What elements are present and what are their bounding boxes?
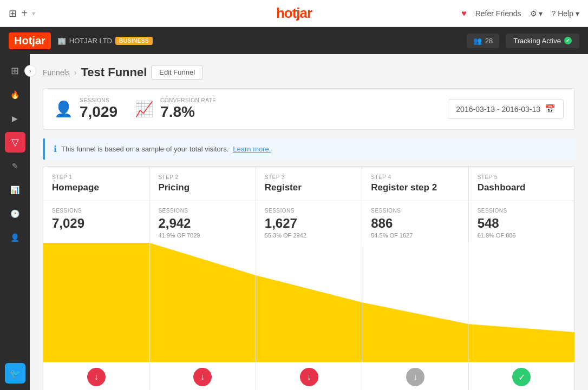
sidebar-item-recordings[interactable]: ▶ [5, 108, 25, 129]
funnels-link[interactable]: Funnels [43, 68, 70, 77]
edit-funnel-button[interactable]: Edit Funnel [151, 65, 203, 80]
top-nav-left: ⊞ + ▾ [9, 7, 35, 19]
step-3-label: STEP 3 [265, 174, 353, 180]
funnel-chart [43, 243, 574, 362]
breadcrumb: Funnels › Test Funnel Edit Funnel [43, 65, 575, 80]
dropoff-col-3: ↓ DROPOFF 45.5% (741) [256, 362, 362, 390]
funnel-container: STEP 1 Homepage STEP 2 Pricing STEP 3 Re… [43, 166, 575, 390]
info-text: This funnel is based on a sample of your… [61, 145, 228, 153]
users-icon: 👥 [473, 37, 482, 45]
step-2-header: STEP 2 Pricing [149, 167, 256, 201]
sessions-value-5: 548 [478, 216, 566, 231]
sessions-label-1: SESSIONS [52, 208, 140, 214]
add-chevron[interactable]: ▾ [32, 10, 35, 17]
stats-row: 👤 SESSIONS 7,029 📈 CONVERSION RATE 7.8% [54, 97, 564, 121]
company-name-text: HOTJAR LTD [69, 37, 112, 45]
page-title: Test Funnel [81, 65, 147, 80]
sidebar-item-dashboard[interactable]: ⊞ [5, 61, 25, 81]
sessions-label-2: SESSIONS [158, 208, 246, 214]
sessions-value: 7,029 [80, 103, 117, 121]
content-area: Funnels › Test Funnel Edit Funnel 👤 SESS… [30, 54, 588, 390]
users-button[interactable]: 👥 28 [467, 34, 499, 48]
twitter-button[interactable]: 🐦 [5, 363, 25, 384]
business-badge: BUSINESS [115, 37, 153, 45]
sidebar-toggle[interactable]: › [24, 65, 36, 77]
settings-button[interactable]: ⚙ ▾ [530, 9, 543, 18]
dropoff-icon-2: ↓ [193, 368, 212, 386]
header-bar: Hotjar 🏢 HOTJAR LTD BUSINESS 👥 28 Tracki… [0, 27, 588, 54]
sessions-label-5: SESSIONS [478, 208, 566, 214]
sidebar-item-heatmaps[interactable]: 🔥 [5, 84, 25, 105]
step-1-label: STEP 1 [52, 174, 140, 180]
sessions-value-4: 886 [371, 216, 459, 231]
main-layout: › ⊞ 🔥 ▶ ▽ ✎ 📊 🕐 👤 🐦 Funnels › Test Funne… [0, 54, 588, 390]
date-range-picker[interactable]: 2016-03-13 - 2016-03-13 📅 [448, 99, 564, 119]
breadcrumb-separator: › [74, 68, 77, 77]
step-1-name: Homepage [52, 182, 140, 193]
learn-more-link[interactable]: Learn more. [233, 145, 271, 153]
step-4-name: Register step 2 [371, 182, 459, 193]
conversion-icon: 📈 [135, 100, 154, 118]
dropoff-row: ↓ DROPOFF 58.1% (4,087) ↓ DROPOFF 44.7% … [43, 362, 574, 390]
step-2-label: STEP 2 [158, 174, 246, 180]
step-5-header: STEP 5 Dashboard [469, 167, 574, 201]
add-icon[interactable]: + [21, 7, 28, 19]
sidebar: › ⊞ 🔥 ▶ ▽ ✎ 📊 🕐 👤 🐦 [0, 54, 30, 390]
sessions-col-1: SESSIONS 7,029 [43, 201, 149, 243]
help-button[interactable]: ? Help ▾ [551, 9, 579, 18]
step-1-header: STEP 1 Homepage [43, 167, 149, 201]
sessions-pct-2: 41.9% OF 7029 [158, 232, 246, 239]
tracking-active-badge[interactable]: Tracking Active [506, 34, 579, 48]
step-4-header: STEP 4 Register step 2 [362, 167, 468, 201]
top-nav-right: ♥ Refer Friends ⚙ ▾ ? Help ▾ [461, 9, 579, 18]
step-5-label: STEP 5 [478, 174, 566, 180]
sessions-info: SESSIONS 7,029 [80, 97, 117, 121]
dropoff-col-1: ↓ DROPOFF 58.1% (4,087) [43, 362, 149, 390]
conversion-info: CONVERSION RATE 7.8% [160, 97, 216, 121]
dropoff-icon-3: ↓ [300, 368, 318, 386]
sidebar-item-funnels[interactable]: ▽ [5, 132, 25, 153]
date-range-text: 2016-03-13 - 2016-03-13 [456, 105, 540, 114]
dropoff-col-2: ↓ DROPOFF 44.7% (1,315) [149, 362, 256, 390]
step-3-name: Register [265, 182, 353, 193]
grid-icon[interactable]: ⊞ [9, 8, 17, 19]
sidebar-item-history[interactable]: 🕐 [5, 203, 25, 224]
dropoff-col-4: ↓ DROPOFF 38.1% (338) [362, 362, 468, 390]
hotjar-brand: Hotjar [9, 32, 51, 49]
tracking-dot [564, 37, 572, 44]
sessions-label: SESSIONS [80, 97, 117, 103]
info-bar: ℹ This funnel is based on a sample of yo… [43, 138, 575, 160]
sessions-col-2: SESSIONS 2,942 41.9% OF 7029 [149, 201, 256, 243]
sidebar-item-surveys[interactable]: ✎ [5, 156, 25, 176]
dropoff-icon-4: ↓ [406, 368, 424, 386]
calendar-icon: 📅 [545, 104, 556, 114]
stats-items: 👤 SESSIONS 7,029 📈 CONVERSION RATE 7.8% [54, 97, 217, 121]
step-2-name: Pricing [158, 182, 246, 193]
sessions-col-4: SESSIONS 886 54.5% OF 1627 [362, 201, 468, 243]
hotjar-logo-area: hotjar [276, 5, 312, 22]
dropoff-icon-5: ✓ [512, 368, 531, 386]
header-right: 👥 28 Tracking Active [467, 34, 579, 48]
step-3-header: STEP 3 Register [256, 167, 362, 201]
dropoff-icon-1: ↓ [87, 368, 106, 386]
sidebar-item-analytics[interactable]: 📊 [5, 180, 25, 200]
sessions-pct-3: 55.3% OF 2942 [265, 232, 353, 239]
heart-icon: ♥ [461, 9, 467, 18]
funnel-steps-header: STEP 1 Homepage STEP 2 Pricing STEP 3 Re… [43, 167, 574, 201]
conversion-stat: 📈 CONVERSION RATE 7.8% [135, 97, 216, 121]
step-5-name: Dashboard [478, 182, 566, 193]
conversion-label: CONVERSION RATE [160, 97, 216, 103]
stats-card: 👤 SESSIONS 7,029 📈 CONVERSION RATE 7.8% [43, 88, 575, 130]
sessions-pct-4: 54.5% OF 1627 [371, 232, 459, 239]
info-icon: ℹ [54, 144, 57, 154]
top-nav: ⊞ + ▾ hotjar ♥ Refer Friends ⚙ ▾ ? Help … [0, 0, 588, 27]
sessions-icon: 👤 [54, 100, 73, 118]
sidebar-item-users[interactable]: 👤 [5, 227, 25, 248]
refer-friends-button[interactable]: Refer Friends [475, 9, 521, 18]
dropoff-col-5: ✓ CONVERSION 7.8% (548) [469, 362, 574, 390]
step-4-label: STEP 4 [371, 174, 459, 180]
conversion-value: 7.8% [160, 103, 216, 121]
sessions-value-2: 2,942 [158, 216, 246, 231]
company-name: 🏢 HOTJAR LTD BUSINESS [57, 37, 153, 45]
sessions-value-1: 7,029 [52, 216, 140, 231]
